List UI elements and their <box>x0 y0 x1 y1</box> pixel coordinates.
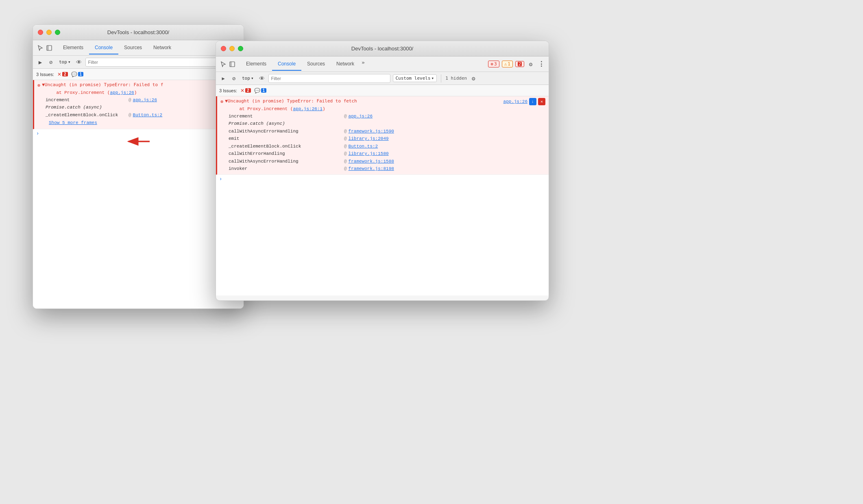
app-link-2[interactable]: app.js:26 <box>503 98 527 105</box>
error-badge-2: ✕ 2 <box>240 88 251 93</box>
console-toolbar-2: ▶ ⊘ top ▾ 👁 Custom levels ▾ 1 hidden ⚙ <box>216 72 549 85</box>
more-tabs-icon[interactable]: » <box>360 58 366 71</box>
stack-file-2-7[interactable]: framework.js:1588 <box>349 158 394 165</box>
cursor-icon[interactable] <box>36 44 44 52</box>
minimize-button-2[interactable] <box>229 46 235 51</box>
stack-file-2-5[interactable]: Button.ts:2 <box>349 143 378 150</box>
tab-elements-2[interactable]: Elements <box>240 58 272 71</box>
error-subheader-2: at Proxy.increment (app.js:26:1) <box>220 106 545 113</box>
filter-input-2[interactable] <box>268 74 390 83</box>
cursor-icon-2[interactable] <box>219 60 227 68</box>
stack-file-2-1[interactable]: app.js:26 <box>349 113 373 120</box>
console-toolbar-1: ▶ ⊘ top ▾ 👁 <box>33 56 244 69</box>
close-error-icon[interactable]: ✕ <box>538 98 545 105</box>
app-link-1[interactable]: app.js:26 <box>110 90 134 95</box>
title-bar-1: DevTools - localhost:3000/ <box>33 25 244 40</box>
right-badge-area: ⊗ 3 ⚠ 1 2 ⚙ ⋮ <box>488 60 545 68</box>
issues-bar-1: 3 Issues: ✕ 2 💬 1 <box>33 69 244 80</box>
title-bar-2: DevTools - localhost:3000/ <box>216 41 549 56</box>
block-icon-1[interactable]: ⊘ <box>47 58 55 66</box>
stack-2-2: Promise.catch (async) <box>220 120 545 128</box>
warn-count-1: ⚠ 1 <box>502 61 513 67</box>
stack-file-2-8[interactable]: framework.js:8198 <box>349 165 394 172</box>
maximize-button-1[interactable] <box>55 30 60 35</box>
close-button-1[interactable] <box>38 30 43 35</box>
toolbar-divider <box>441 74 441 83</box>
issues-bar-2: 3 Issues: ✕ 2 💬 1 <box>216 85 549 96</box>
maximize-button-2[interactable] <box>238 46 243 51</box>
error-circle-icon-1: ⊗ <box>37 82 40 89</box>
toolbar-icons-2 <box>219 60 236 68</box>
chevron-icon-2: ▾ <box>251 76 254 81</box>
toolbar-icons-1 <box>36 44 53 52</box>
top-dropdown-1[interactable]: top ▾ <box>57 59 72 65</box>
eye-icon-1[interactable]: 👁 <box>75 58 83 66</box>
traffic-lights-1 <box>38 30 60 35</box>
stack-2-4: emit @ library.js:2049 <box>220 135 545 143</box>
console-content-2: ⊗ ▼Uncaught (in promise) TypeError: Fail… <box>216 96 549 295</box>
tab-elements-1[interactable]: Elements <box>57 41 89 54</box>
show-frames-link[interactable]: Show 5 more frames <box>49 120 97 125</box>
chevron-icon-1: ▾ <box>68 59 71 65</box>
annotation-arrow <box>121 133 154 151</box>
error-entry-2: ⊗ ▼Uncaught (in promise) TypeError: Fail… <box>216 96 549 175</box>
svg-rect-0 <box>47 46 52 50</box>
tab-network-1[interactable]: Network <box>148 41 177 54</box>
devtools-window-2: DevTools - localhost:3000/ Elements Cons… <box>216 41 549 301</box>
panel-icon-2[interactable] <box>228 60 236 68</box>
custom-levels-dropdown[interactable]: Custom levels ▾ <box>393 74 437 82</box>
stack-2-3: callWithAsyncErrorHandling @ framework.j… <box>220 128 545 135</box>
play-icon-2[interactable]: ▶ <box>219 74 227 83</box>
error-header-2: ⊗ ▼Uncaught (in promise) TypeError: Fail… <box>220 98 545 106</box>
window-title-2: DevTools - localhost:3000/ <box>351 46 413 52</box>
error-badge-1: ✕ 2 <box>57 72 68 77</box>
stack-2-6: callWithErrorHandling @ library.js:1580 <box>220 150 545 158</box>
play-icon-1[interactable]: ▶ <box>36 58 44 66</box>
stack-file-3[interactable]: Button.ts:2 <box>133 112 163 119</box>
stack-file-1[interactable]: app.js:26 <box>133 97 157 104</box>
error-count-3: ⊗ 3 <box>488 61 499 67</box>
stack-line-3: _createElementBlock.onClick @ Button.ts:… <box>37 111 240 119</box>
stack-2-1: increment @ app.js:26 <box>220 113 545 120</box>
app-link-sub-2[interactable]: app.js:26:1 <box>293 106 323 111</box>
stack-2-8: invoker @ framework.js:8198 <box>220 165 545 173</box>
chevron-icon-3: ▾ <box>432 76 434 81</box>
tab-bar-1: Elements Console Sources Network <box>33 40 244 56</box>
tab-console-2[interactable]: Console <box>272 58 301 71</box>
download-icon[interactable]: ↓ <box>529 98 536 105</box>
error-text-1: ▼Uncaught (in promise) TypeError: Failed… <box>42 82 163 89</box>
stack-file-2-3[interactable]: framework.js:1590 <box>349 128 394 135</box>
settings-icon-3[interactable]: ⚙ <box>469 74 477 83</box>
close-button-2[interactable] <box>221 46 226 51</box>
tabs-2: Elements Console Sources Network » <box>240 58 366 71</box>
hidden-count: 1 hidden <box>445 76 467 81</box>
tab-console-1[interactable]: Console <box>89 41 118 54</box>
error-count-2: 2 <box>515 61 524 67</box>
stack-file-2-4[interactable]: library.js:2049 <box>349 135 389 142</box>
tabs-1: Elements Console Sources Network <box>57 41 177 54</box>
stack-file-2-6[interactable]: library.js:1580 <box>349 150 389 157</box>
error-text-2: ▼Uncaught (in promise) TypeError: Failed… <box>225 98 501 105</box>
error-subheader-1: at Proxy.increment (app.js:26) <box>37 89 240 96</box>
devtools-window-1: DevTools - localhost:3000/ Elements Cons… <box>33 24 244 309</box>
tab-sources-1[interactable]: Sources <box>118 41 148 54</box>
panel-icon[interactable] <box>45 44 53 52</box>
console-content-1: ⊗ ▼Uncaught (in promise) TypeError: Fail… <box>33 80 244 308</box>
traffic-lights-2 <box>221 46 243 51</box>
error-actions: app.js:26 ↓ ✕ <box>503 98 545 105</box>
eye-icon-2[interactable]: 👁 <box>258 74 266 83</box>
tab-bar-2: Elements Console Sources Network » ⊗ 3 ⚠… <box>216 56 549 72</box>
tab-network-2[interactable]: Network <box>331 58 360 71</box>
minimize-button-1[interactable] <box>46 30 52 35</box>
window-title-1: DevTools - localhost:3000/ <box>107 29 169 35</box>
more-icon-2[interactable]: ⋮ <box>537 60 545 68</box>
top-dropdown-2[interactable]: top ▾ <box>240 75 255 82</box>
tab-sources-2[interactable]: Sources <box>301 58 331 71</box>
block-icon-2[interactable]: ⊘ <box>230 74 238 83</box>
info-badge-1: 💬 1 <box>71 72 84 77</box>
gear-icon-2[interactable]: ⚙ <box>527 60 535 68</box>
show-more-frames: Show 5 more frames <box>37 119 240 127</box>
svg-rect-3 <box>230 62 235 67</box>
info-badge-2: 💬 1 <box>254 88 267 93</box>
error-circle-icon-2: ⊗ <box>220 98 223 106</box>
